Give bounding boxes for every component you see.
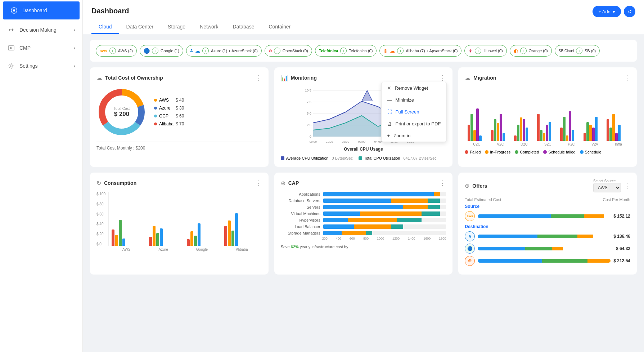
minimize-btn[interactable]: — Minimize (382, 94, 447, 106)
offers-source-select[interactable]: AWS Azure Google (593, 183, 621, 192)
monitoring-header: 📊 Monitoring ⋮ (281, 74, 446, 82)
provider-telefonica[interactable]: Telefónica + Telefonica (0) (315, 45, 377, 57)
aws-add-btn[interactable]: + (109, 48, 116, 54)
fullscreen-label: Full Screen (396, 109, 419, 115)
migration-bar (586, 122, 589, 141)
alibaba-logo2: ☁ (390, 48, 395, 54)
fullscreen-btn[interactable]: ⛶ Full Screen (382, 106, 447, 118)
huawei-add-btn[interactable]: + (475, 48, 481, 54)
offers-icon: ⊕ (465, 182, 469, 189)
cost-bar-segment (525, 247, 552, 250)
tco-menu-btn[interactable]: ⋮ (256, 74, 262, 82)
legend-azure: Azure $ 30 (154, 106, 184, 111)
migration-bar (584, 133, 586, 141)
remove-widget-label: Remove Widget (395, 85, 428, 91)
monitoring-menu-btn[interactable]: ⋮ (440, 74, 446, 82)
consumption-title: Consumption (104, 180, 136, 186)
sidebar-item-label: Settings (19, 63, 38, 69)
svg-rect-2 (8, 46, 14, 50)
tab-database[interactable]: Database (225, 20, 261, 34)
svg-point-1 (13, 9, 15, 12)
legend-dot-azure (154, 107, 157, 110)
provider-azure[interactable]: A ☁ + Azure (1) + AzureStack (0) (186, 45, 262, 57)
sidebar-item-label: Dashboard (22, 8, 47, 13)
offers-dest-alibaba: ⊕ $ 212.54 (465, 256, 630, 266)
tab-network[interactable]: Network (193, 20, 225, 34)
cost-bar-segment (542, 259, 587, 263)
sidebar-item-dashboard[interactable]: Dashboard (3, 1, 80, 19)
legend-label-azure: Azure (159, 106, 170, 111)
tab-storage[interactable]: Storage (161, 20, 193, 34)
google-add-btn[interactable]: + (152, 48, 158, 54)
provider-bar: aws + AWS (2) 🔵 + Google (1) A ☁ + Azure… (90, 40, 637, 62)
sb-add-btn[interactable]: + (576, 48, 582, 54)
cap-row-vms: Virtual Machines (281, 211, 446, 216)
consumption-y-labels: $ 100 $ 80 $ 60 $ 40 $ 20 $ 0 (96, 192, 107, 246)
print-export-btn[interactable]: 🖨 Print or export to PDF (382, 118, 447, 130)
aws-source-icon: aws (465, 211, 475, 221)
orange-label: Orange (0) (529, 49, 548, 53)
legend-gcp: GCP $ 60 (154, 113, 184, 119)
tab-cloud[interactable]: Cloud (91, 20, 119, 34)
add-button[interactable]: + Add ▾ (593, 6, 621, 17)
openstack-add-btn[interactable]: + (274, 48, 280, 54)
widget-migration: ☁ Migration ⋮ (458, 67, 637, 167)
remove-widget-btn[interactable]: ✕ Remove Widget (382, 82, 447, 94)
svg-text:0: 0 (309, 135, 311, 138)
migration-bar (500, 114, 502, 141)
sidebar-item-decision-making[interactable]: Decision Making › (0, 21, 82, 39)
migration-menu-btn[interactable]: ⋮ (624, 74, 630, 82)
sidebar-item-label: Decision Making (19, 27, 57, 33)
azure-label: Azure (1) + AzureStack (0) (211, 49, 258, 53)
tab-container[interactable]: Container (261, 20, 298, 34)
telefonica-add-btn[interactable]: + (340, 48, 347, 54)
azure-add-btn[interactable]: + (202, 48, 209, 54)
alibaba-add-btn[interactable]: + (397, 48, 404, 54)
cap-bar (323, 211, 360, 216)
monitoring-legend-total: Total CPU Utilization 6417.07 Bytes/Sec (359, 156, 437, 160)
offers-dest-gcp: 🔵 $ 64.32 (465, 244, 630, 254)
provider-google[interactable]: 🔵 + Google (1) (140, 45, 183, 57)
cap-menu-btn[interactable]: ⋮ (440, 179, 446, 187)
aws-label: AWS (2) (118, 49, 133, 53)
aws-logo: aws (100, 49, 107, 53)
sidebar-item-cmp[interactable]: CMP › (0, 39, 82, 57)
sb-logo: SB Cloud (559, 49, 574, 53)
tab-datacenter[interactable]: Data Center (119, 20, 161, 34)
consumption-menu-btn[interactable]: ⋮ (256, 179, 262, 187)
provider-alibaba[interactable]: ⊕ ☁ + Alibaba (7) + ApsaraStack (0) (379, 45, 461, 57)
zoom-in-btn[interactable]: + Zoom in (382, 130, 447, 142)
migration-bar (569, 111, 571, 141)
consumption-group-azure (149, 226, 184, 246)
svg-text:01:00: 01:00 (325, 140, 333, 143)
azure-logo: A (190, 49, 193, 53)
provider-aws[interactable]: aws + AWS (2) (96, 45, 137, 57)
tco-header: ☁ Total Cost of Ownership ⋮ (96, 74, 262, 82)
cap-row-applications: Applications (281, 192, 446, 196)
migration-bar (523, 119, 525, 141)
refresh-button[interactable]: ↺ (624, 6, 635, 17)
provider-sb[interactable]: SB Cloud + SB (0) (555, 45, 600, 57)
provider-openstack[interactable]: ⊙ + OpenStack (0) (265, 45, 312, 57)
chevron-right-icon: › (73, 45, 75, 51)
migration-title: Migration (473, 75, 496, 81)
legend-value-gcp: $ 60 (176, 113, 184, 119)
legend-dot-in-progress (485, 150, 488, 154)
cost-bar-segment (478, 214, 551, 218)
orange-add-btn[interactable]: + (520, 48, 527, 54)
migration-bar (566, 135, 568, 141)
azure-cost-bar (478, 235, 611, 238)
sidebar-item-settings[interactable]: Settings › (0, 57, 82, 75)
svg-text:02:00: 02:00 (342, 140, 349, 143)
offers-menu-btn[interactable]: ⋮ (624, 182, 630, 190)
migration-header: ☁ Migration ⋮ (465, 74, 630, 82)
tco-center-label: Total Cost (114, 107, 130, 111)
chevron-right-icon: › (73, 27, 75, 33)
azure-logo2: ☁ (195, 48, 200, 54)
offers-dest-azure: A $ 136.46 (465, 231, 630, 241)
provider-orange[interactable]: ◐ + Orange (0) (510, 45, 552, 57)
migration-bar (615, 133, 618, 141)
provider-huawei[interactable]: ⚘ + Huawei (0) (464, 45, 506, 57)
zoom-in-label: Zoom in (393, 133, 410, 138)
sidebar-item-label: CMP (19, 45, 31, 51)
